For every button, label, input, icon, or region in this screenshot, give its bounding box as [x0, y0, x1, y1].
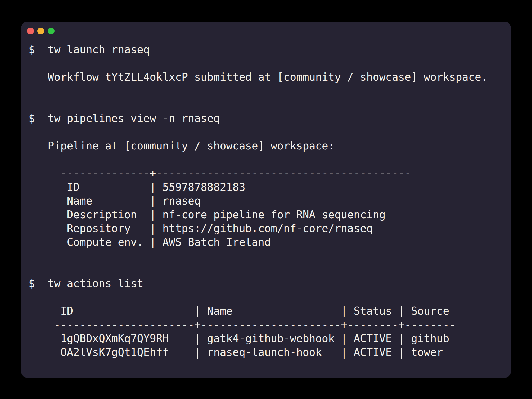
pipeline-table-separator: --------------+-------------------------…	[29, 166, 503, 180]
blank-line	[29, 290, 503, 304]
desktop-background: $tw launch rnaseq Workflow tYtZLL4oklxcP…	[0, 0, 532, 399]
pipeline-field-value: https://github.com/nf-core/rnaseq	[156, 222, 373, 234]
command-line-actions-list: $tw actions list	[29, 276, 503, 290]
action-status: ACTIVE	[347, 332, 398, 345]
pipeline-field-value: AWS Batch Ireland	[156, 236, 271, 248]
pipelines-view-heading: Pipeline at [community / showcase] works…	[29, 139, 503, 153]
column-separator: |	[150, 222, 156, 234]
window-titlebar	[21, 22, 511, 35]
pipeline-field-value: rnaseq	[156, 195, 201, 207]
action-name: gatk4-github-webhook	[201, 332, 341, 345]
terminal-content: $tw launch rnaseq Workflow tYtZLL4oklxcP…	[21, 43, 511, 359]
actions-header-status: Status	[347, 304, 398, 318]
column-separator: |	[194, 346, 201, 358]
actions-table-separator: ----------------------+-----------------…	[29, 318, 503, 332]
blank-line	[29, 56, 503, 70]
pipeline-field-label: ID	[67, 180, 150, 194]
command-text-actions-list: tw actions list	[48, 277, 143, 289]
action-id: 1gQBDxQXmKq7QY9RH	[60, 332, 194, 345]
actions-header-source: Source	[405, 305, 449, 317]
action-source: tower	[405, 346, 443, 358]
blank-line	[29, 84, 503, 98]
pipeline-table-row-compute-env: Compute env.|AWS Batch Ireland	[29, 235, 503, 249]
column-separator: |	[150, 195, 156, 207]
actions-header-name: Name	[201, 304, 341, 318]
column-separator: |	[150, 181, 156, 193]
column-separator: |	[341, 332, 347, 344]
blank-line	[29, 249, 503, 263]
column-separator: |	[398, 346, 405, 358]
actions-table-header: ID|Name|Status|Source	[29, 304, 503, 318]
column-separator: |	[341, 305, 347, 317]
pipeline-table-row-description: Description|nf-core pipeline for RNA seq…	[29, 208, 503, 221]
blank-line	[29, 125, 503, 139]
actions-table-row: OA2lVsK7gQt1QEhff|rnaseq-launch-hook|ACT…	[29, 345, 503, 359]
column-separator: |	[398, 305, 405, 317]
pipeline-field-value: nf-core pipeline for RNA sequencing	[156, 208, 386, 221]
pipeline-table-row-repository: Repository|https://github.com/nf-core/rn…	[29, 221, 503, 235]
command-line-launch: $tw launch rnaseq	[29, 43, 503, 56]
maximize-button[interactable]	[48, 28, 55, 34]
action-id: OA2lVsK7gQt1QEhff	[60, 345, 194, 359]
pipeline-field-label: Description	[67, 208, 150, 221]
column-separator: |	[194, 332, 201, 344]
action-status: ACTIVE	[347, 345, 398, 359]
pipeline-table-row-name: Name|rnaseq	[29, 194, 503, 208]
pipeline-field-label: Name	[67, 194, 150, 208]
shell-prompt: $	[29, 276, 48, 290]
column-separator: |	[150, 208, 156, 221]
command-text-pipelines-view: tw pipelines view -n rnaseq	[48, 112, 220, 124]
command-line-pipelines-view: $tw pipelines view -n rnaseq	[29, 111, 503, 125]
terminal-window: $tw launch rnaseq Workflow tYtZLL4oklxcP…	[21, 22, 511, 378]
action-source: github	[405, 332, 449, 344]
column-separator: |	[150, 236, 156, 248]
column-separator: |	[398, 332, 405, 344]
pipeline-field-label: Repository	[67, 221, 150, 235]
shell-prompt: $	[29, 43, 48, 56]
column-separator: |	[194, 305, 201, 317]
pipeline-field-label: Compute env.	[67, 235, 150, 249]
action-name: rnaseq-launch-hook	[201, 345, 341, 359]
pipeline-table-row-id: ID|5597878882183	[29, 180, 503, 194]
shell-prompt: $	[29, 111, 48, 125]
blank-line	[29, 98, 503, 111]
blank-line	[29, 263, 503, 276]
close-button[interactable]	[27, 28, 34, 34]
command-text-launch: tw launch rnaseq	[48, 43, 150, 56]
column-separator: |	[341, 346, 347, 358]
minimize-button[interactable]	[37, 28, 44, 34]
actions-header-id: ID	[60, 304, 194, 318]
launch-output-line: Workflow tYtZLL4oklxcP submitted at [com…	[29, 70, 503, 84]
actions-table-row: 1gQBDxQXmKq7QY9RH|gatk4-github-webhook|A…	[29, 332, 503, 345]
pipeline-field-value: 5597878882183	[156, 181, 245, 193]
blank-line	[29, 153, 503, 166]
